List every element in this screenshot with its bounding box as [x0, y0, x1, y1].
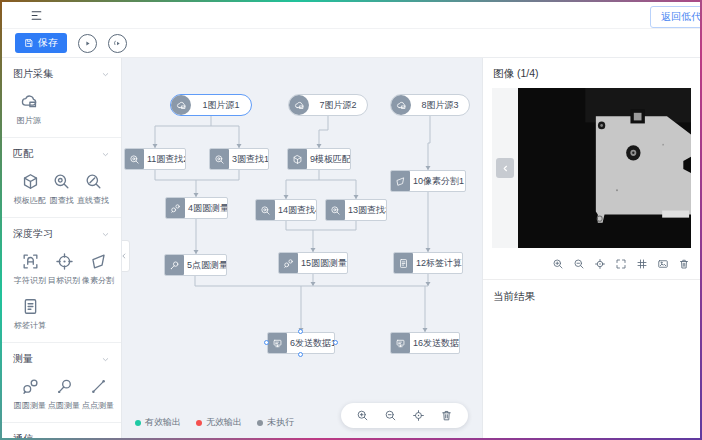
node-label: 16发送数据2: [410, 337, 459, 350]
status-dot: [257, 420, 263, 426]
target-icon: [55, 252, 74, 271]
line-search-icon: [84, 172, 103, 191]
section-header[interactable]: 测量: [13, 352, 110, 366]
section-header[interactable]: 图片采集: [13, 67, 110, 81]
node-label: 12标签计算1: [413, 257, 462, 270]
node-label: 11圆查找2: [144, 153, 185, 166]
canvas-node-8[interactable]: 8图片源3: [390, 94, 470, 116]
inspection-image[interactable]: [518, 88, 691, 248]
sidebar-item[interactable]: 目标识别: [47, 252, 81, 287]
zoom-out-icon[interactable]: [573, 258, 585, 270]
section-header[interactable]: 通信: [13, 432, 110, 438]
legend-item: 有效输出: [135, 416, 181, 429]
sidebar-item[interactable]: 圆查找: [47, 172, 76, 207]
canvas-zoom-controls: [341, 403, 468, 428]
zoom-in-icon[interactable]: [552, 258, 564, 270]
legend-item: 无效输出: [196, 416, 242, 429]
canvas-node-12[interactable]: 12标签计算1: [393, 252, 463, 274]
screenshot-frame: 返回低代 保存 图片采集图片源匹配模板匹配圆查找直线查找深度学习字符识别目标识别…: [0, 0, 702, 440]
save-icon: [24, 38, 34, 48]
zoom-in-icon[interactable]: [356, 409, 369, 422]
back-to-lowcode-button[interactable]: 返回低代: [650, 6, 700, 28]
node-label: 1图片源1: [191, 99, 251, 112]
fullscreen-icon[interactable]: [615, 258, 627, 270]
locate-icon[interactable]: [412, 409, 425, 422]
sidebar-item[interactable]: 点圆测量: [47, 377, 81, 412]
snapshot-icon[interactable]: [657, 258, 669, 270]
canvas-node-4[interactable]: 4圆圆测量2: [165, 197, 228, 219]
image-nav-strip: [492, 88, 518, 248]
connection-handle[interactable]: [298, 352, 303, 357]
trash-icon[interactable]: [678, 258, 690, 270]
section-header[interactable]: 深度学习: [13, 227, 110, 241]
circle-circle-icon: [279, 253, 298, 273]
sidebar-section: 图片采集图片源: [2, 58, 121, 138]
sidebar-item[interactable]: 像素分割: [81, 252, 115, 287]
node-label: 8图片源3: [411, 99, 469, 112]
sidebar-item[interactable]: 直线查找: [76, 172, 110, 207]
sidebar-item[interactable]: 圆圆测量: [13, 377, 47, 412]
canvas-node-11[interactable]: 11圆查找2: [124, 148, 186, 170]
sidebar-item-label: 直线查找: [77, 195, 109, 206]
run-loop-button[interactable]: [108, 34, 127, 53]
section-items: 圆圆测量点圆测量点点测量: [13, 377, 110, 412]
sidebar-item-label: 字符识别: [14, 275, 46, 286]
section-header[interactable]: 匹配: [13, 147, 110, 161]
canvas-node-5[interactable]: 5点圆测量1: [164, 254, 227, 276]
legend-label: 未执行: [267, 416, 294, 429]
circle-circle-icon: [166, 198, 185, 218]
node-label: 14圆查找4: [275, 204, 316, 217]
tool-sidebar: 图片采集图片源匹配模板匹配圆查找直线查找深度学习字符识别目标识别像素分割标签计算…: [2, 58, 122, 438]
trash-icon[interactable]: [440, 409, 453, 422]
canvas-node-6[interactable]: 6发送数据1: [267, 332, 335, 354]
circle-circle-icon: [21, 377, 40, 396]
node-label: 3圆查找1: [229, 153, 268, 166]
workflow-canvas[interactable]: 1图片源17图片源28图片源311圆查找23圆查找19模板匹配110像素分割14…: [122, 58, 482, 438]
chevron-down-icon: [101, 230, 110, 239]
canvas-node-15[interactable]: 15圆圆测量3: [278, 252, 348, 274]
run-once-button[interactable]: [78, 34, 97, 53]
segment-icon: [89, 252, 108, 271]
canvas-node-3[interactable]: 3圆查找1: [209, 148, 269, 170]
sidebar-item[interactable]: 标签计算: [13, 297, 47, 332]
canvas-node-1[interactable]: 1图片源1: [170, 94, 252, 116]
zoom-out-icon[interactable]: [384, 409, 397, 422]
chevron-left-icon[interactable]: [496, 158, 514, 178]
circle-search-icon: [125, 149, 144, 169]
play-icon: [82, 38, 93, 49]
sidebar-item[interactable]: 点点测量: [81, 377, 115, 412]
sidebar-item[interactable]: 模板匹配: [13, 172, 47, 207]
save-button[interactable]: 保存: [15, 33, 67, 53]
sidebar-item-label: 像素分割: [82, 275, 114, 286]
connection-handle[interactable]: [264, 340, 269, 345]
canvas-node-13[interactable]: 13圆查找3: [325, 199, 387, 221]
sidebar-collapse-handle[interactable]: [122, 240, 130, 272]
locate-icon[interactable]: [594, 258, 606, 270]
current-result-header: 当前结果: [483, 280, 700, 314]
canvas-node-7[interactable]: 7图片源2: [288, 94, 368, 116]
inspection-image-scene: [518, 88, 691, 248]
menu-fold-icon[interactable]: [30, 9, 43, 22]
sidebar-item-label: 模板匹配: [14, 195, 46, 206]
connection-handle[interactable]: [298, 329, 303, 334]
canvas-node-10[interactable]: 10像素分割1: [390, 170, 466, 192]
node-label: 9模板匹配1: [307, 153, 350, 166]
canvas-node-14[interactable]: 14圆查找4: [255, 199, 317, 221]
sidebar-section: 深度学习字符识别目标识别像素分割标签计算: [2, 218, 121, 343]
section-title: 图片采集: [13, 67, 53, 81]
circle-search-icon: [326, 200, 345, 220]
sidebar-section: 匹配模板匹配圆查找直线查找: [2, 138, 121, 218]
connection-handle[interactable]: [333, 340, 338, 345]
sidebar-item[interactable]: 字符识别: [13, 252, 47, 287]
canvas-node-9[interactable]: 9模板匹配1: [287, 148, 351, 170]
sidebar-item[interactable]: 图片源: [13, 92, 45, 127]
node-label: 5点圆测量1: [184, 259, 226, 272]
point-circle-icon: [55, 377, 74, 396]
canvas-node-16[interactable]: 16发送数据2: [390, 332, 460, 354]
status-legend: 有效输出无效输出未执行: [135, 416, 294, 429]
section-title: 测量: [13, 352, 33, 366]
legend-item: 未执行: [257, 416, 294, 429]
grid-icon[interactable]: [636, 258, 648, 270]
image-source-icon: [391, 95, 411, 115]
doc-calc-icon: [21, 297, 40, 316]
